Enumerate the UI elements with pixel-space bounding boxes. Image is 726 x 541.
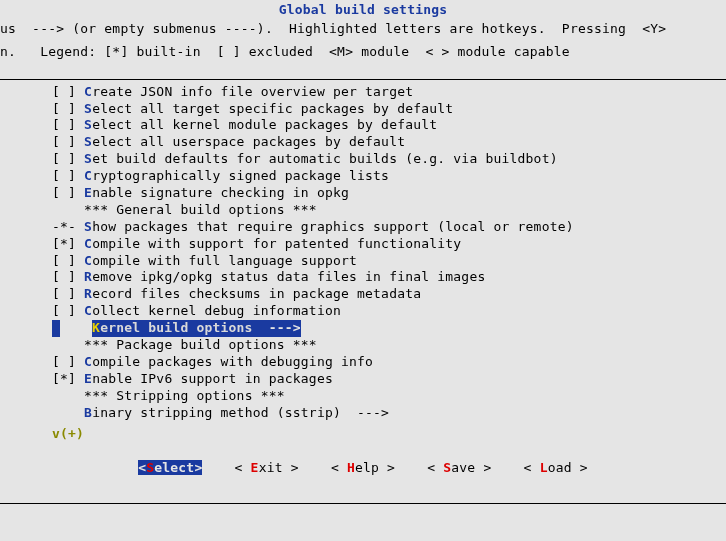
frame-bottom <box>0 503 726 504</box>
menu-item[interactable]: [ ] Enable signature checking in opkg <box>52 185 726 202</box>
menu-item[interactable]: [ ] Create JSON info file overview per t… <box>52 84 726 101</box>
menu-item[interactable]: [ ] Cryptographically signed package lis… <box>52 168 726 185</box>
load-button[interactable]: < Load > <box>524 460 588 475</box>
select-button[interactable]: <Select> <box>138 460 202 475</box>
menu-item[interactable]: Binary stripping method (sstrip) ---> <box>52 405 726 422</box>
save-button[interactable]: < Save > <box>427 460 491 475</box>
menu-item[interactable]: [ ] Collect kernel debug information <box>52 303 726 320</box>
exit-button[interactable]: < Exit > <box>235 460 299 475</box>
button-bar: <Select> < Exit > < Help > < Save > < Lo… <box>0 460 726 477</box>
menu-item[interactable]: [ ] Remove ipkg/opkg status data files i… <box>52 269 726 286</box>
menu-item[interactable]: -*- Show packages that require graphics … <box>52 219 726 236</box>
menu-item[interactable]: [ ] Record files checksums in package me… <box>52 286 726 303</box>
legend-line-2: n. Legend: [*] built-in [ ] excluded <M>… <box>0 44 726 67</box>
menu-item[interactable]: [*] Compile with support for patented fu… <box>52 236 726 253</box>
menu-section: *** Package build options *** <box>52 337 726 354</box>
menu-list: [ ] Create JSON info file overview per t… <box>0 80 726 426</box>
menu-item[interactable]: [ ] Compile packages with debugging info <box>52 354 726 371</box>
scroll-indicator: v(+) <box>0 426 726 443</box>
menu-item-highlighted[interactable]: Kernel build options ---> <box>52 320 726 337</box>
menu-item[interactable]: [ ] Set build defaults for automatic bui… <box>52 151 726 168</box>
menu-item[interactable]: [ ] Select all userspace packages by def… <box>52 134 726 151</box>
menu-section: *** General build options *** <box>52 202 726 219</box>
page-title: Global build settings <box>0 0 726 21</box>
menu-item[interactable]: [ ] Select all target specific packages … <box>52 101 726 118</box>
legend-line-1: us ---> (or empty submenus ----). Highli… <box>0 21 726 44</box>
menu-section: *** Stripping options *** <box>52 388 726 405</box>
menu-item[interactable]: [ ] Select all kernel module packages by… <box>52 117 726 134</box>
help-button[interactable]: < Help > <box>331 460 395 475</box>
menu-item[interactable]: [ ] Compile with full language support <box>52 253 726 270</box>
menu-item[interactable]: [*] Enable IPv6 support in packages <box>52 371 726 388</box>
